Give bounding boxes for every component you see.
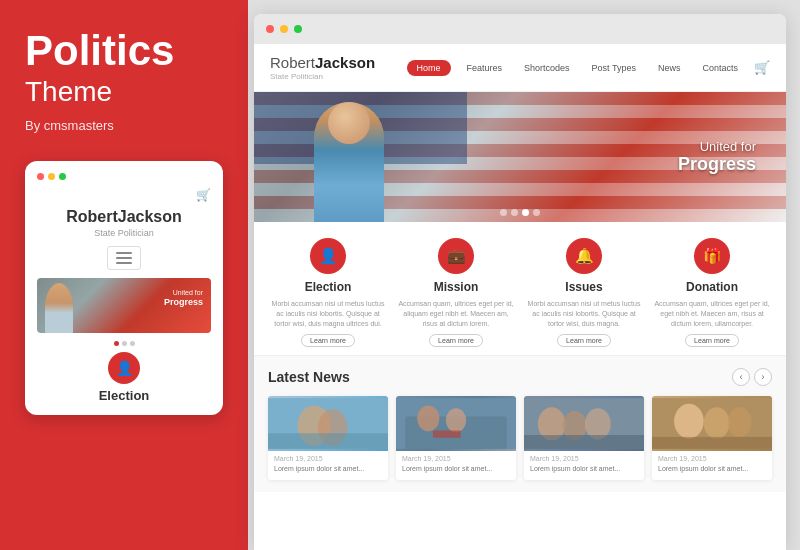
- news-text-3: Lorem ipsum dolor sit amet...: [524, 464, 644, 480]
- mobile-hero-dots: [37, 341, 211, 346]
- mission-icon: 💼: [438, 238, 474, 274]
- svg-rect-18: [652, 437, 772, 449]
- feature-election: 👤 Election Morbi accumsan nisi ut metus …: [264, 238, 392, 347]
- feature-donation: 🎁 Donation Accumsan quam, ultrices eget …: [648, 238, 776, 347]
- news-next-btn[interactable]: ›: [754, 368, 772, 386]
- news-grid: March 19, 2015 Lorem ipsum dolor sit ame…: [268, 396, 772, 480]
- nav-home[interactable]: Home: [407, 60, 451, 76]
- mobile-cart-icon: 🛒: [37, 188, 211, 202]
- browser-bar: [254, 14, 786, 44]
- logo-first-name: Robert: [270, 54, 315, 71]
- browser-dot-red: [266, 25, 274, 33]
- news-card-2: March 19, 2015 Lorem ipsum dolor sit ame…: [396, 396, 516, 480]
- news-date-4: March 19, 2015: [652, 451, 772, 464]
- hero-line1: United for: [678, 139, 756, 154]
- logo-last-name: Jackson: [315, 54, 375, 71]
- news-image-1: [268, 396, 388, 451]
- hero-dot-2[interactable]: [511, 209, 518, 216]
- menu-line-1: [116, 252, 132, 254]
- news-card-4: March 19, 2015 Lorem ipsum dolor sit ame…: [652, 396, 772, 480]
- mobile-mockup: 🛒 RobertJackson State Politician United …: [25, 161, 223, 415]
- hero-dot-1[interactable]: [500, 209, 507, 216]
- site-logo: RobertJackson State Politician: [270, 54, 375, 81]
- nav-post-types[interactable]: Post Types: [586, 60, 642, 76]
- mobile-name-last: Jackson: [118, 208, 182, 225]
- mobile-name-first: Robert: [66, 208, 118, 225]
- mission-learn-btn[interactable]: Learn more: [429, 334, 483, 347]
- mobile-hero-text: United for Progress: [164, 288, 203, 309]
- nav-news[interactable]: News: [652, 60, 687, 76]
- features-section: 👤 Election Morbi accumsan nisi ut metus …: [254, 222, 786, 356]
- news-text-1: Lorem ipsum dolor sit amet...: [268, 464, 388, 480]
- news-date-3: March 19, 2015: [524, 451, 644, 464]
- mobile-hero-banner: United for Progress: [37, 278, 211, 333]
- logo-tagline: State Politician: [270, 72, 375, 81]
- mobile-site-name: RobertJackson: [37, 208, 211, 226]
- mobile-hero-dot-1: [114, 341, 119, 346]
- mobile-election-icon-wrap: 👤: [37, 352, 211, 384]
- donation-learn-btn[interactable]: Learn more: [685, 334, 739, 347]
- hero-face: [328, 102, 370, 144]
- mobile-dot-green: [59, 173, 66, 180]
- issues-learn-btn[interactable]: Learn more: [557, 334, 611, 347]
- browser-dot-yellow: [280, 25, 288, 33]
- hero-line2: Progress: [678, 154, 756, 175]
- menu-line-2: [116, 257, 132, 259]
- mission-desc: Accumsan quam, ultrices eget per id, ali…: [398, 299, 514, 328]
- theme-title: Politics: [25, 30, 223, 72]
- cart-icon[interactable]: 🛒: [754, 60, 770, 75]
- svg-point-17: [728, 408, 752, 438]
- theme-subtitle: Theme: [25, 76, 223, 108]
- news-section-title: Latest News: [268, 369, 350, 385]
- election-learn-btn[interactable]: Learn more: [301, 334, 355, 347]
- mobile-traffic-lights: [37, 173, 211, 180]
- svg-rect-3: [268, 434, 388, 450]
- nav-shortcodes[interactable]: Shortcodes: [518, 60, 576, 76]
- site-nav: Home Features Shortcodes Post Types News…: [407, 60, 770, 76]
- mobile-tagline: State Politician: [37, 228, 211, 238]
- news-header: Latest News ‹ ›: [268, 368, 772, 386]
- mobile-hero-person: [45, 283, 73, 333]
- news-text-4: Lorem ipsum dolor sit amet...: [652, 464, 772, 480]
- svg-rect-8: [433, 431, 461, 438]
- mobile-election-label: Election: [37, 388, 211, 403]
- issues-desc: Morbi accumsan nisi ut metus luctus ac i…: [526, 299, 642, 328]
- mobile-hero-dot-2: [122, 341, 127, 346]
- news-navigation: ‹ ›: [732, 368, 772, 386]
- news-card-3: March 19, 2015 Lorem ipsum dolor sit ame…: [524, 396, 644, 480]
- donation-title: Donation: [686, 280, 738, 294]
- left-panel: Politics Theme By cmsmasters 🛒 RobertJac…: [0, 0, 248, 550]
- feature-mission: 💼 Mission Accumsan quam, ultrices eget p…: [392, 238, 520, 347]
- mobile-hero-line1: United for: [173, 289, 203, 296]
- hero-text: United for Progress: [678, 139, 756, 175]
- browser-content: RobertJackson State Politician Home Feat…: [254, 44, 786, 550]
- donation-desc: Accumsan quam, ultrices eget per id, ege…: [654, 299, 770, 328]
- news-card-1: March 19, 2015 Lorem ipsum dolor sit ame…: [268, 396, 388, 480]
- menu-line-3: [116, 262, 132, 264]
- hero-slider-dots: [500, 209, 540, 216]
- hero-dot-4[interactable]: [533, 209, 540, 216]
- issues-title: Issues: [565, 280, 602, 294]
- news-image-2: [396, 396, 516, 451]
- donation-icon: 🎁: [694, 238, 730, 274]
- nav-contacts[interactable]: Contacts: [696, 60, 744, 76]
- mobile-menu-button[interactable]: [37, 246, 211, 270]
- news-text-2: Lorem ipsum dolor sit amet...: [396, 464, 516, 480]
- svg-point-6: [417, 406, 439, 432]
- hero-person: [314, 102, 384, 222]
- feature-issues: 🔔 Issues Morbi accumsan nisi ut metus lu…: [520, 238, 648, 347]
- svg-point-12: [585, 409, 611, 440]
- news-date-2: March 19, 2015: [396, 451, 516, 464]
- hero-dot-3[interactable]: [522, 209, 529, 216]
- hero-banner: United for Progress: [254, 92, 786, 222]
- election-icon: 👤: [310, 238, 346, 274]
- election-desc: Morbi accumsan nisi ut metus luctus ac i…: [270, 299, 386, 328]
- election-title: Election: [305, 280, 352, 294]
- nav-features[interactable]: Features: [461, 60, 509, 76]
- latest-news-section: Latest News ‹ › March: [254, 356, 786, 492]
- mobile-hero-dot-3: [130, 341, 135, 346]
- news-prev-btn[interactable]: ‹: [732, 368, 750, 386]
- svg-point-15: [674, 404, 704, 439]
- browser-dot-green: [294, 25, 302, 33]
- issues-icon: 🔔: [566, 238, 602, 274]
